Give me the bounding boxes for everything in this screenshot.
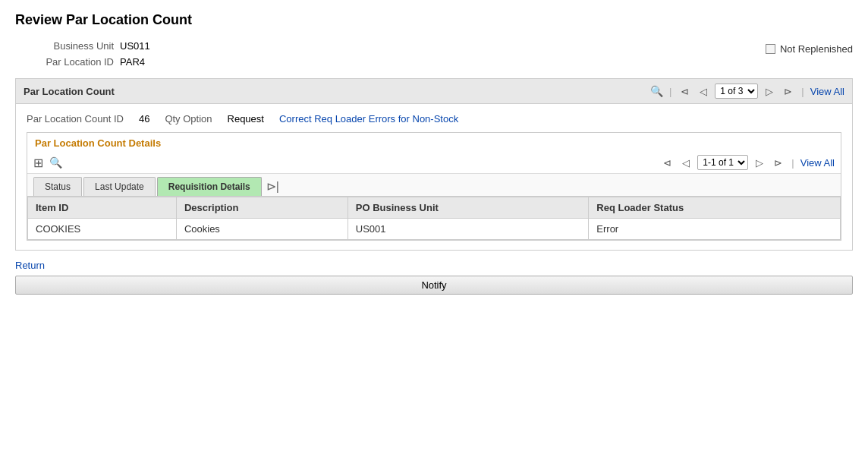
cell-item-id: COOKIES [28, 219, 177, 240]
details-section-title: Par Location Count Details [27, 133, 841, 152]
notify-button[interactable]: Notify [15, 276, 853, 295]
view-all-link[interactable]: View All [810, 86, 844, 97]
section-controls: 🔍 | ⊲ ◁ 1 of 3 2 of 3 3 of 3 ▷ ⊳ | View … [650, 84, 844, 99]
return-link[interactable]: Return [15, 260, 853, 271]
tab-expand-button[interactable]: ⊳| [263, 178, 282, 195]
cell-po-business-unit: US001 [348, 219, 589, 240]
par-location-id-value: PAR4 [120, 56, 145, 68]
par-location-count-body: Par Location Count ID 46 Qty Option Requ… [16, 104, 852, 250]
count-info-row: Par Location Count ID 46 Qty Option Requ… [27, 113, 841, 125]
details-view-all-link[interactable]: View All [800, 157, 835, 169]
footer: Return Notify [15, 260, 853, 295]
details-section: Par Location Count Details ⊞ 🔍 ⊲ ◁ 1-1 o… [27, 132, 841, 241]
section-search-button[interactable]: 🔍 [650, 85, 663, 97]
not-replenished-checkbox[interactable] [766, 44, 775, 54]
details-next-button[interactable]: ▷ [753, 156, 766, 170]
business-unit-label: Business Unit [15, 40, 114, 52]
details-toolbar-right: ⊲ ◁ 1-1 of 1 ▷ ⊳ | View All [660, 155, 835, 170]
business-unit-row: Business Unit US011 [15, 40, 150, 52]
details-table: Item ID Description PO Business Unit Req… [27, 197, 841, 240]
details-toolbar: ⊞ 🔍 ⊲ ◁ 1-1 of 1 ▷ ⊳ | View All [27, 152, 841, 174]
par-location-id-label: Par Location ID [15, 56, 114, 68]
count-id-label: Par Location Count ID [27, 113, 124, 125]
last-page-button[interactable]: ⊳ [781, 84, 795, 99]
grid-config-icon[interactable]: ⊞ [33, 156, 43, 170]
form-left: Business Unit US011 Par Location ID PAR4 [15, 40, 150, 68]
business-unit-value: US011 [120, 40, 150, 52]
correct-errors-link[interactable]: Correct Req Loader Errors for Non-Stock [279, 113, 458, 125]
details-last-button[interactable]: ⊳ [771, 156, 785, 170]
nav-separator-1: | [669, 86, 671, 97]
cell-description: Cookies [176, 219, 348, 240]
table-header-row: Item ID Description PO Business Unit Req… [28, 197, 841, 219]
count-id-value: 46 [139, 113, 149, 125]
table-row: COOKIESCookiesUS001Error [28, 219, 841, 240]
tab-requisition-details[interactable]: Requisition Details [157, 177, 262, 196]
not-replenished-label: Not Replenished [780, 43, 853, 55]
tab-last-update[interactable]: Last Update [83, 177, 156, 196]
details-nav-sep: | [791, 157, 794, 169]
not-replenished-row[interactable]: Not Replenished [766, 40, 853, 68]
details-search-button[interactable]: 🔍 [49, 156, 62, 169]
par-location-count-section: Par Location Count 🔍 | ⊲ ◁ 1 of 3 2 of 3… [15, 78, 853, 251]
tab-status[interactable]: Status [33, 177, 82, 196]
par-location-count-header: Par Location Count 🔍 | ⊲ ◁ 1 of 3 2 of 3… [16, 79, 852, 104]
next-page-button[interactable]: ▷ [763, 84, 776, 99]
col-item-id: Item ID [28, 197, 177, 219]
col-req-loader-status: Req Loader Status [589, 197, 841, 219]
cell-req-loader-status: Error [589, 219, 841, 240]
col-po-business-unit: PO Business Unit [348, 197, 589, 219]
details-toolbar-left: ⊞ 🔍 [33, 156, 62, 170]
par-location-id-row: Par Location ID PAR4 [15, 56, 150, 68]
first-page-button[interactable]: ⊲ [678, 84, 692, 99]
form-fields: Business Unit US011 Par Location ID PAR4… [15, 40, 853, 68]
qty-option-value: Request [228, 113, 264, 125]
par-location-count-title: Par Location Count [24, 86, 115, 97]
prev-page-button[interactable]: ◁ [697, 84, 710, 99]
tabs-row: Status Last Update Requisition Details ⊳… [27, 174, 841, 197]
details-first-button[interactable]: ⊲ [660, 156, 675, 170]
details-page-select[interactable]: 1-1 of 1 [697, 155, 748, 170]
page-title: Review Par Location Count [15, 12, 853, 28]
qty-option-label: Qty Option [165, 113, 212, 125]
nav-separator-2: | [801, 86, 804, 97]
col-description: Description [176, 197, 348, 219]
details-prev-button[interactable]: ◁ [679, 156, 693, 170]
page-select[interactable]: 1 of 3 2 of 3 3 of 3 [715, 84, 758, 99]
